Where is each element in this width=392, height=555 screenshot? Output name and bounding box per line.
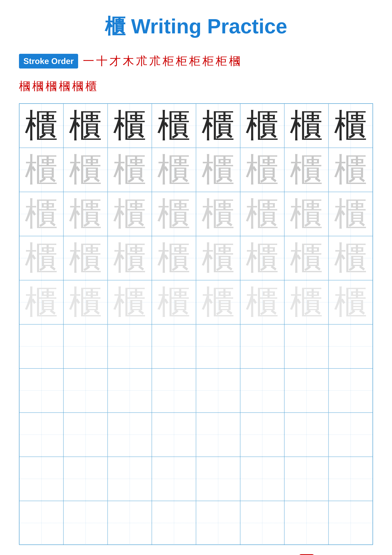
stroke-chars-line2: 槶 槶 槶 槶 槶 櫃 (19, 79, 373, 94)
grid-cell-r5c3[interactable]: 櫃 (108, 280, 152, 324)
grid-cell-r2c2[interactable]: 櫃 (64, 148, 107, 192)
grid-cell-r10c3[interactable] (108, 501, 152, 545)
grid-cell-r9c5[interactable] (196, 457, 240, 501)
grid-cell-r3c4[interactable]: 櫃 (152, 192, 196, 236)
grid-cell-r4c6[interactable]: 櫃 (240, 236, 284, 280)
grid-cell-r3c3[interactable]: 櫃 (108, 192, 152, 236)
grid-cell-r8c1[interactable] (19, 413, 64, 457)
grid-cell-r9c8[interactable] (328, 457, 373, 501)
grid-cell-r3c5[interactable]: 櫃 (196, 192, 240, 236)
grid-cell-r2c3[interactable]: 櫃 (108, 148, 152, 192)
grid-cell-r1c7[interactable]: 櫃 (284, 104, 328, 148)
grid-cell-r4c7[interactable]: 櫃 (284, 236, 328, 280)
grid-cell-r8c7[interactable] (284, 413, 328, 457)
grid-cell-r3c7[interactable]: 櫃 (284, 192, 328, 236)
grid-cell-r3c8[interactable]: 櫃 (328, 192, 373, 236)
footer-logo: 字 StrokeOrder (299, 554, 373, 555)
grid-cell-r7c6[interactable] (240, 368, 284, 413)
title-char: 櫃 (105, 15, 125, 38)
grid-cell-r1c2[interactable]: 櫃 (64, 104, 107, 148)
page-title: 櫃 Writing Practice (19, 13, 373, 41)
grid-cell-r6c4[interactable] (152, 324, 196, 368)
grid-cell-r2c1[interactable]: 櫃 (19, 148, 64, 192)
grid-cell-r1c6[interactable]: 櫃 (240, 104, 284, 148)
grid-cell-r8c4[interactable] (152, 413, 196, 457)
footer: https://www.strokeorder.com/chinese/櫃 字 … (19, 554, 373, 555)
grid-cell-r7c7[interactable] (284, 368, 328, 413)
grid-cell-r8c5[interactable] (196, 413, 240, 457)
grid-cell-r2c7[interactable]: 櫃 (284, 148, 328, 192)
grid-cell-r2c6[interactable]: 櫃 (240, 148, 284, 192)
grid-cell-r6c3[interactable] (108, 324, 152, 368)
grid-cell-r5c6[interactable]: 櫃 (240, 280, 284, 324)
grid-cell-r5c7[interactable]: 櫃 (284, 280, 328, 324)
grid-cell-r10c6[interactable] (240, 501, 284, 545)
grid-cell-r6c8[interactable] (328, 324, 373, 368)
writing-grid: 櫃 櫃 櫃 櫃 櫃 櫃 櫃 櫃 櫃 櫃 櫃 櫃 櫃 櫃 櫃 櫃 櫃 櫃 櫃 櫃 … (19, 103, 373, 545)
grid-cell-r10c1[interactable] (19, 501, 64, 545)
grid-cell-r4c3[interactable]: 櫃 (108, 236, 152, 280)
grid-cell-r9c7[interactable] (284, 457, 328, 501)
grid-cell-r10c7[interactable] (284, 501, 328, 545)
grid-cell-r9c1[interactable] (19, 457, 64, 501)
grid-cell-r7c8[interactable] (328, 368, 373, 413)
grid-cell-r9c2[interactable] (64, 457, 107, 501)
grid-cell-r9c4[interactable] (152, 457, 196, 501)
grid-cell-r9c6[interactable] (240, 457, 284, 501)
grid-cell-r7c3[interactable] (108, 368, 152, 413)
grid-cell-r10c8[interactable] (328, 501, 373, 545)
grid-cell-r1c1[interactable]: 櫃 (19, 104, 64, 148)
grid-cell-r5c4[interactable]: 櫃 (152, 280, 196, 324)
grid-cell-r3c6[interactable]: 櫃 (240, 192, 284, 236)
grid-cell-r8c8[interactable] (328, 413, 373, 457)
grid-cell-r4c4[interactable]: 櫃 (152, 236, 196, 280)
grid-cell-r2c5[interactable]: 櫃 (196, 148, 240, 192)
grid-cell-r10c5[interactable] (196, 501, 240, 545)
page: 櫃 Writing Practice Stroke Order 一 十 才 木 … (0, 0, 392, 555)
stroke-order-badge: Stroke Order (19, 54, 78, 68)
grid-cell-r1c8[interactable]: 櫃 (328, 104, 373, 148)
grid-cell-r5c5[interactable]: 櫃 (196, 280, 240, 324)
grid-cell-r5c8[interactable]: 櫃 (328, 280, 373, 324)
grid-cell-r4c1[interactable]: 櫃 (19, 236, 64, 280)
grid-cell-r4c2[interactable]: 櫃 (64, 236, 107, 280)
grid-cell-r7c4[interactable] (152, 368, 196, 413)
grid-cell-r1c4[interactable]: 櫃 (152, 104, 196, 148)
grid-cell-r6c1[interactable] (19, 324, 64, 368)
grid-cell-r3c1[interactable]: 櫃 (19, 192, 64, 236)
grid-cell-r10c4[interactable] (152, 501, 196, 545)
grid-cell-r1c5[interactable]: 櫃 (196, 104, 240, 148)
grid-cell-r3c2[interactable]: 櫃 (64, 192, 107, 236)
grid-cell-r10c2[interactable] (64, 501, 107, 545)
grid-cell-r8c2[interactable] (64, 413, 107, 457)
grid-cell-r7c5[interactable] (196, 368, 240, 413)
grid-cell-r4c8[interactable]: 櫃 (328, 236, 373, 280)
grid-cell-r9c3[interactable] (108, 457, 152, 501)
grid-cell-r4c5[interactable]: 櫃 (196, 236, 240, 280)
stroke-chars-line1: 一 十 才 木 朮 朮 柜 柜 柜 柜 柜 槶 (83, 53, 240, 69)
grid-cell-r2c4[interactable]: 櫃 (152, 148, 196, 192)
grid-cell-r6c2[interactable] (64, 324, 107, 368)
grid-cell-r2c8[interactable]: 櫃 (328, 148, 373, 192)
grid-cell-r8c6[interactable] (240, 413, 284, 457)
grid-cell-r6c5[interactable] (196, 324, 240, 368)
grid-cell-r8c3[interactable] (108, 413, 152, 457)
stroke-order-section: Stroke Order 一 十 才 木 朮 朮 柜 柜 柜 柜 柜 槶 (19, 53, 373, 69)
grid-cell-r6c7[interactable] (284, 324, 328, 368)
grid-cell-r6c6[interactable] (240, 324, 284, 368)
strokeorder-logo-icon: 字 (299, 554, 314, 555)
grid-cell-r5c1[interactable]: 櫃 (19, 280, 64, 324)
grid-cell-r7c1[interactable] (19, 368, 64, 413)
grid-cell-r1c3[interactable]: 櫃 (108, 104, 152, 148)
grid-cell-r7c2[interactable] (64, 368, 107, 413)
title-text: Writing Practice (125, 15, 287, 38)
grid-cell-r5c2[interactable]: 櫃 (64, 280, 107, 324)
